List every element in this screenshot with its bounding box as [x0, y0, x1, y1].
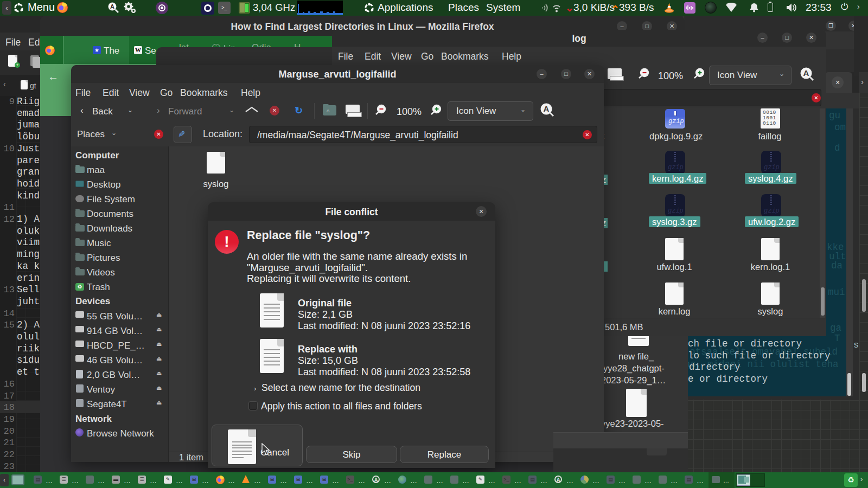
svg-text:A: A [110, 3, 114, 10]
svg-text:A: A [544, 104, 550, 113]
svg-text:A: A [803, 68, 809, 78]
